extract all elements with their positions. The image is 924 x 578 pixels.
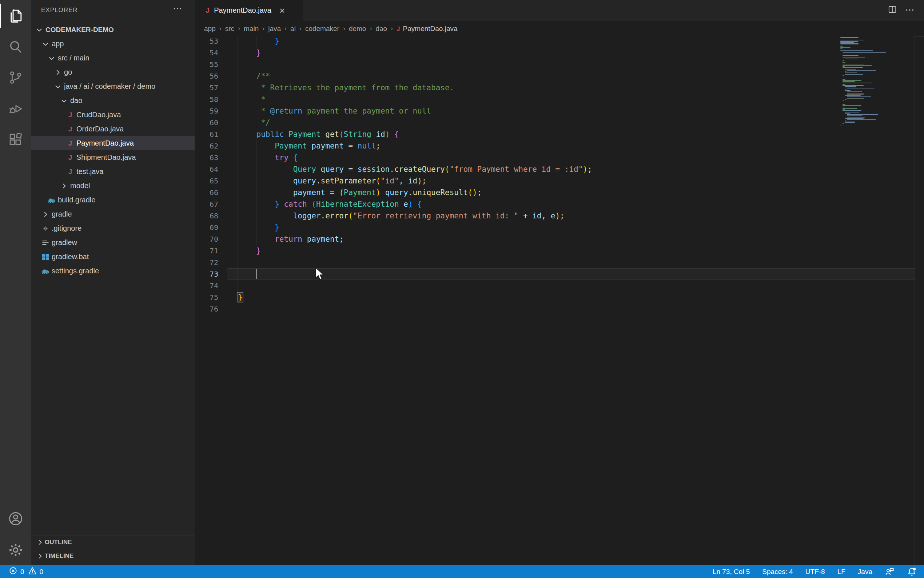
line-number-57[interactable]: 57 <box>195 82 218 94</box>
tree-item-go[interactable]: go <box>31 65 195 80</box>
java-file-icon: J <box>65 139 75 148</box>
tree-item-cruddao.java[interactable]: JCrudDao.java <box>31 108 195 122</box>
line-number-60[interactable]: 60 <box>195 117 218 128</box>
explorer-title: EXPLORER <box>41 6 78 14</box>
status-lf[interactable]: LF <box>837 568 845 576</box>
line-number-72[interactable]: 72 <box>195 257 218 268</box>
tree-item-src-main[interactable]: src / main <box>31 51 195 65</box>
tree-item-model[interactable]: model <box>31 179 195 193</box>
status-utf-8[interactable]: UTF-8 <box>806 568 825 576</box>
line-number-54[interactable]: 54 <box>195 47 218 58</box>
line-number-58[interactable]: 58 <box>195 94 218 105</box>
breadcrumb-separator: › <box>285 25 286 32</box>
activity-settings[interactable] <box>0 534 31 565</box>
tree-indent-guide <box>61 108 61 179</box>
status-bell-icon[interactable] <box>907 567 917 576</box>
line-number-71[interactable]: 71 <box>195 245 218 257</box>
line-number-68[interactable]: 68 <box>195 210 218 222</box>
line-number-70[interactable]: 70 <box>195 233 218 245</box>
tree-item-gradlew[interactable]: gradlew <box>31 235 195 250</box>
minimap-line <box>847 88 874 88</box>
tree-item-orderdao.java[interactable]: JOrderDao.java <box>31 122 195 136</box>
code-line-66: payment = (Payment) query.uniqueResult()… <box>238 187 482 198</box>
tree-item-java-ai-codemaker-demo[interactable]: java / ai / codemaker / demo <box>31 80 195 94</box>
files-icon <box>8 8 23 23</box>
activity-run-debug[interactable] <box>0 93 31 124</box>
line-number-65[interactable]: 65 <box>195 175 218 187</box>
status-spaces-4[interactable]: Spaces: 4 <box>762 568 793 576</box>
activity-search[interactable] <box>0 31 31 62</box>
activity-explorer[interactable] <box>0 0 31 31</box>
file-tree: CODEMAKER-DEMOappsrc / maingojava / ai /… <box>31 23 195 278</box>
chevron-right-icon <box>35 538 45 547</box>
line-number-75[interactable]: 75 <box>195 292 218 303</box>
count: 0 <box>40 568 44 576</box>
status-ln-73-col-5[interactable]: Ln 73, Col 5 <box>713 568 750 576</box>
outline-section-header[interactable]: OUTLINE <box>31 535 195 549</box>
tree-item-gradlew.bat[interactable]: gradlew.bat <box>31 250 195 264</box>
breadcrumb-main[interactable]: main <box>244 25 259 33</box>
tree-item-dao[interactable]: dao <box>31 94 195 108</box>
tree-item-.gitignore[interactable]: .gitignore <box>31 221 195 235</box>
timeline-section-header[interactable]: TIMELINE <box>31 549 195 563</box>
breadcrumb-src[interactable]: src <box>225 25 234 33</box>
status-warning-count[interactable]: 0 <box>28 567 44 577</box>
search-icon <box>8 39 23 54</box>
line-number-74[interactable]: 74 <box>195 280 218 292</box>
close-icon[interactable]: × <box>279 7 285 14</box>
breadcrumb-ai[interactable]: ai <box>290 25 296 33</box>
line-number-55[interactable]: 55 <box>195 58 218 70</box>
minimap-line <box>843 83 872 83</box>
code-line-65: query.setParameter("id", id); <box>238 175 426 187</box>
tree-item-build.gradle[interactable]: build.gradle <box>31 193 195 207</box>
minimap-line <box>843 105 861 106</box>
breadcrumb: app›src›main›java›ai›codemaker›demo›dao›… <box>195 21 924 36</box>
explorer-more-actions-icon[interactable]: ⋯ <box>173 3 183 14</box>
minimap-line <box>843 65 872 65</box>
minimap[interactable] <box>837 36 902 182</box>
line-number-59[interactable]: 59 <box>195 105 218 117</box>
line-number-76[interactable]: 76 <box>195 303 218 315</box>
sh-file-icon <box>41 239 50 247</box>
activity-account[interactable] <box>0 503 31 534</box>
line-number-73[interactable]: 73 <box>195 268 218 280</box>
tree-item-test.java[interactable]: Jtest.java <box>31 164 195 179</box>
split-editor-icon[interactable] <box>888 5 897 16</box>
line-number-63[interactable]: 63 <box>195 152 218 164</box>
tree-item-app[interactable]: app <box>31 37 195 51</box>
tree-root-codemaker-demo[interactable]: CODEMAKER-DEMO <box>31 23 195 37</box>
line-number-64[interactable]: 64 <box>195 164 218 175</box>
tree-item-settings.gradle[interactable]: settings.gradle <box>31 264 195 278</box>
breadcrumb-app[interactable]: app <box>204 25 216 33</box>
status-java[interactable]: Java <box>858 568 872 576</box>
breadcrumb-codemaker[interactable]: codemaker <box>305 25 340 33</box>
breadcrumb-separator: › <box>219 25 222 32</box>
code-line-57: * Retrieves the payment from the databas… <box>238 82 454 94</box>
status-feedback-icon[interactable] <box>885 567 895 576</box>
activity-source-control[interactable] <box>0 62 31 93</box>
tree-item-shipmentdao.java[interactable]: JShipmentDao.java <box>31 150 195 164</box>
activity-extensions[interactable] <box>0 124 31 155</box>
line-number-66[interactable]: 66 <box>195 187 218 198</box>
tree-item-gradle[interactable]: gradle <box>31 207 195 221</box>
breadcrumb-file[interactable]: JPaymentDao.java <box>396 25 457 33</box>
line-number-53[interactable]: 53 <box>195 36 218 47</box>
line-number-69[interactable]: 69 <box>195 222 218 233</box>
code-line-64: Query query = session.createQuery("from … <box>238 164 592 175</box>
breadcrumb-dao[interactable]: dao <box>375 25 387 33</box>
line-number-67[interactable]: 67 <box>195 198 218 210</box>
line-number-61[interactable]: 61 <box>195 128 218 140</box>
line-number-62[interactable]: 62 <box>195 140 218 152</box>
minimap-line <box>840 41 858 42</box>
tree-item-paymentdao.java[interactable]: JPaymentDao.java <box>31 136 195 150</box>
code-editor[interactable]: 5354555657585960616263646566676869707172… <box>195 36 924 565</box>
status-error-count[interactable]: 0 <box>9 567 24 577</box>
section-label: TIMELINE <box>45 552 73 560</box>
scrollbar-lane[interactable] <box>914 36 915 565</box>
more-actions-icon[interactable]: ⋯ <box>905 4 915 16</box>
minimap-line <box>843 62 845 63</box>
line-number-56[interactable]: 56 <box>195 70 218 82</box>
tab-paymentdao[interactable]: J PaymentDao.java × <box>195 0 303 21</box>
breadcrumb-demo[interactable]: demo <box>349 25 366 33</box>
breadcrumb-java[interactable]: java <box>268 25 281 33</box>
